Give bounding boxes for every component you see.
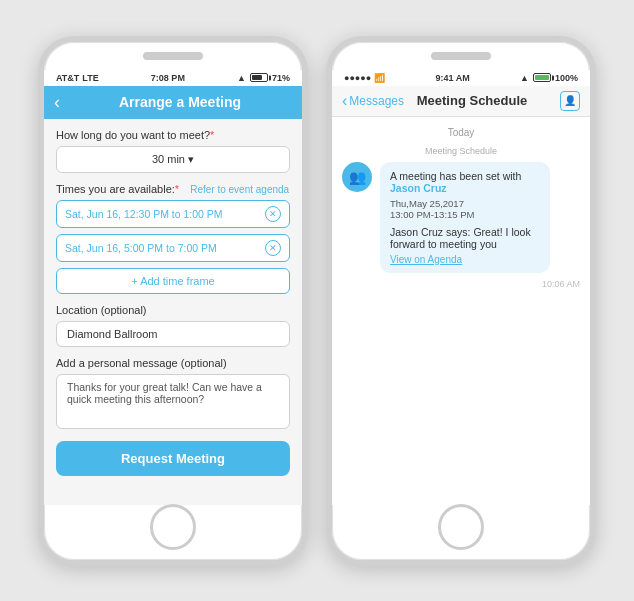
phone-1: AT&T LTE 7:08 PM ▲ 71% ‹ Arrange a Meeti… (38, 36, 308, 566)
highlight-name: Jason Cruz (390, 182, 447, 194)
event-agenda-link[interactable]: Refer to event agenda (190, 184, 289, 195)
signal-2-icon: ▲ (520, 73, 529, 83)
sender-label: Meeting Schedule (342, 146, 580, 156)
messages-content: Today Meeting Schedule 👥 A meeting has b… (332, 117, 590, 505)
network-label: LTE (82, 73, 98, 83)
meeting-date: Thu,May 25,2017 13:00 PM-13:15 PM (390, 198, 540, 220)
view-agenda-link[interactable]: View on Agenda (390, 254, 540, 265)
back-button-2[interactable]: Messages (342, 92, 404, 110)
battery-label: 71% (272, 73, 290, 83)
nav-title-1: Arrange a Meeting (68, 94, 292, 110)
time-2-label: 9:41 AM (436, 73, 470, 83)
battery-icon (250, 73, 268, 82)
duration-input[interactable]: 30 min ▾ (56, 146, 290, 173)
nav-title-2: Meeting Schedule (404, 93, 540, 108)
time-slot-1[interactable]: Sat, Jun 16, 12:30 PM to 1:00 PM ✕ (56, 200, 290, 228)
add-time-button[interactable]: + Add time frame (56, 268, 290, 294)
back-button-1[interactable]: ‹ (54, 92, 60, 113)
message-timestamp: 10:06 AM (342, 279, 580, 289)
nav-bar-2: Messages Meeting Schedule 👤 (332, 86, 590, 117)
duration-label: How long do you want to meet?* (56, 129, 290, 141)
battery-2-label: 100% (555, 73, 578, 83)
battery-2-icon (533, 73, 551, 82)
message-item: 👥 A meeting has been set with Jason Cruz… (342, 162, 580, 273)
bubble-text: A meeting has been set with Jason Cruz (390, 170, 540, 194)
form-content: How long do you want to meet?* 30 min ▾ … (44, 119, 302, 505)
nav-bar-1: ‹ Arrange a Meeting (44, 86, 302, 119)
times-label: Times you are available: (56, 183, 175, 195)
phone-2: ●●●●● 📶 9:41 AM ▲ 100% Messages (326, 36, 596, 566)
message-bubble: A meeting has been set with Jason Cruz T… (380, 162, 550, 273)
location-label: Location (optional) (56, 304, 290, 316)
chevron-left-icon (342, 92, 347, 110)
location-input[interactable]: Diamond Ballroom (56, 321, 290, 347)
avatar: 👥 (342, 162, 372, 192)
time-slot-2[interactable]: Sat, Jun 16, 5:00 PM to 7:00 PM ✕ (56, 234, 290, 262)
carrier-label: AT&T (56, 73, 79, 83)
signal-icon: ▲ (237, 73, 246, 83)
carrier-2-label: ●●●●● (344, 73, 371, 83)
date-label: Today (342, 127, 580, 138)
remove-slot-2-button[interactable]: ✕ (265, 240, 281, 256)
request-meeting-button[interactable]: Request Meeting (56, 441, 290, 476)
remove-slot-1-button[interactable]: ✕ (265, 206, 281, 222)
message-input[interactable]: Thanks for your great talk! Can we have … (56, 374, 290, 429)
bubble-response: Jason Cruz says: Great! I look forward t… (390, 226, 540, 250)
back-text-2: Messages (349, 94, 404, 108)
user-icon[interactable]: 👤 (560, 91, 580, 111)
wifi-icon: 📶 (374, 73, 385, 83)
message-label: Add a personal message (optional) (56, 357, 290, 369)
status-bar-2: ●●●●● 📶 9:41 AM ▲ 100% (332, 70, 590, 86)
status-bar-1: AT&T LTE 7:08 PM ▲ 71% (44, 70, 302, 86)
time-label: 7:08 PM (151, 73, 185, 83)
